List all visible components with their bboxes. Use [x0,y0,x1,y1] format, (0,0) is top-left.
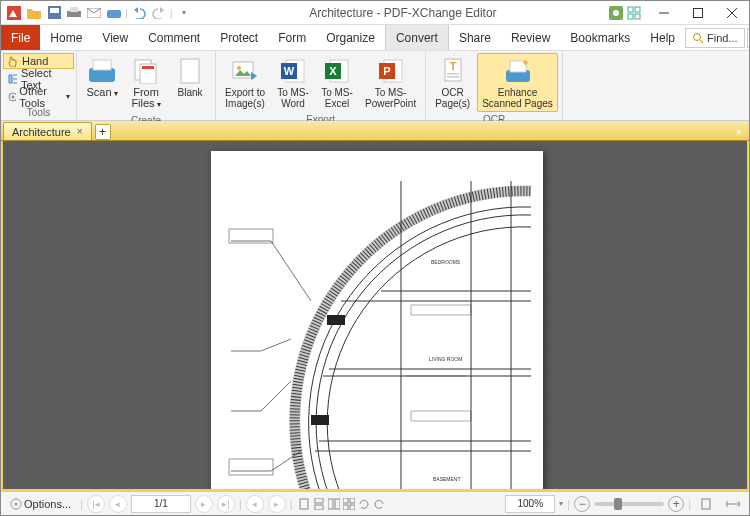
minimize-button[interactable] [647,2,681,24]
tab-help[interactable]: Help [640,25,685,50]
svg-rect-60 [411,305,471,315]
tab-home[interactable]: Home [40,25,92,50]
export-word-button[interactable]: WTo MS- Word [272,53,314,112]
svg-text:BEDROOMS: BEDROOMS [431,259,461,265]
maximize-button[interactable] [681,2,715,24]
document-viewport[interactable]: BEDROOMS LIVING ROOM BASEMENT [1,141,749,491]
layout-facing-cont-icon[interactable] [342,496,356,512]
svg-rect-11 [628,14,633,19]
svg-rect-68 [328,499,333,509]
tab-share[interactable]: Share [449,25,501,50]
page-number-field[interactable]: 1/1 [131,495,191,513]
zoom-field[interactable]: 100% [505,495,555,513]
from-files-button[interactable]: From Files [125,53,167,113]
fit-width-icon[interactable] [721,495,745,513]
ui-options-icon[interactable] [609,6,623,20]
svg-rect-61 [411,411,471,421]
svg-rect-69 [335,499,340,509]
save-icon[interactable] [45,4,63,22]
window-title: Architecture - PDF-XChange Editor [197,6,609,20]
svg-rect-53 [327,315,345,325]
tab-bookmarks[interactable]: Bookmarks [560,25,640,50]
tab-protect[interactable]: Protect [210,25,268,50]
zoom-thumb[interactable] [614,498,622,510]
scan-button[interactable]: Scan [81,53,123,102]
tab-form[interactable]: Form [268,25,316,50]
file-menu[interactable]: File [1,25,40,50]
zoom-in-icon[interactable]: + [668,496,684,512]
svg-rect-56 [229,459,273,475]
layout-rotate-icon[interactable] [357,496,371,512]
layout-rotate2-icon[interactable] [372,496,386,512]
svg-text:W: W [284,65,295,77]
ribbon: Hand Select Text Other Tools▾ Tools Scan… [1,51,749,121]
svg-text:P: P [383,65,390,77]
svg-line-16 [700,40,703,43]
svg-rect-40 [447,73,459,75]
search-button[interactable]: Search... [747,28,750,48]
layout-facing-icon[interactable] [327,496,341,512]
nav-last-icon[interactable]: ▸| [217,495,235,513]
fit-page-icon[interactable] [695,495,717,513]
print-icon[interactable] [65,4,83,22]
svg-rect-12 [635,14,640,19]
svg-rect-41 [447,76,459,78]
svg-rect-74 [702,499,710,509]
document-tabs: Architecture× + × [1,121,749,141]
page-layout-icons [297,496,386,512]
open-icon[interactable] [25,4,43,22]
other-tools[interactable]: Other Tools▾ [3,88,74,105]
app-icon[interactable] [5,4,23,22]
qat-customize-icon[interactable]: ▾ [175,4,193,22]
export-images-button[interactable]: Export to Image(s) [220,53,270,112]
redo-icon[interactable] [150,4,168,22]
layout-single-icon[interactable] [297,496,311,512]
add-tab-button[interactable]: + [95,124,111,140]
tab-review[interactable]: Review [501,25,560,50]
layout-continuous-icon[interactable] [312,496,326,512]
scan-qat-icon[interactable] [105,4,123,22]
nav-back-icon[interactable]: ◂ [246,495,264,513]
export-excel-button[interactable]: XTo MS- Excel [316,53,358,112]
tab-view[interactable]: View [92,25,138,50]
undo-icon[interactable] [130,4,148,22]
svg-rect-2 [50,8,59,13]
svg-rect-66 [315,498,323,503]
svg-rect-10 [635,7,640,12]
svg-rect-6 [107,10,121,18]
nav-next-icon[interactable]: ▸ [195,495,213,513]
svg-point-28 [237,66,241,70]
svg-rect-70 [343,498,348,503]
svg-text:X: X [329,65,337,77]
svg-rect-4 [70,7,78,12]
tab-comment[interactable]: Comment [138,25,210,50]
menubar: File HomeViewCommentProtectFormOrganizeC… [1,25,749,51]
svg-rect-72 [343,505,348,510]
svg-rect-71 [350,498,355,503]
ribbon-group-export: Export to Image(s) WTo MS- Word XTo MS- … [216,51,426,120]
email-icon[interactable] [85,4,103,22]
enhance-scanned-button[interactable]: Enhance Scanned Pages [477,53,558,112]
svg-rect-22 [93,60,111,70]
blank-button[interactable]: Blank [169,53,211,101]
tools-sidepanel: Hand Select Text Other Tools▾ Tools [1,51,77,120]
svg-rect-65 [300,499,308,509]
export-ppt-button[interactable]: PTo MS- PowerPoint [360,53,421,112]
zoom-out-icon[interactable]: − [574,496,590,512]
tab-convert[interactable]: Convert [385,25,449,50]
options-button[interactable]: Options... [5,495,76,513]
svg-text:LIVING ROOM: LIVING ROOM [429,356,462,362]
close-button[interactable] [715,2,749,24]
nav-forward-icon[interactable]: ▸ [268,495,286,513]
nav-prev-icon[interactable]: ◂ [109,495,127,513]
zoom-slider[interactable] [594,502,664,506]
svg-rect-73 [350,505,355,510]
close-tab-icon[interactable]: × [77,126,83,137]
launch-icon[interactable] [627,6,641,20]
close-all-tabs-icon[interactable]: × [731,124,747,140]
tab-organize[interactable]: Organize [316,25,385,50]
document-tab[interactable]: Architecture× [3,122,92,140]
ocr-pages-button[interactable]: TOCR Page(s) [430,53,475,112]
find-button[interactable]: Find... [685,28,745,48]
nav-first-icon[interactable]: |◂ [87,495,105,513]
